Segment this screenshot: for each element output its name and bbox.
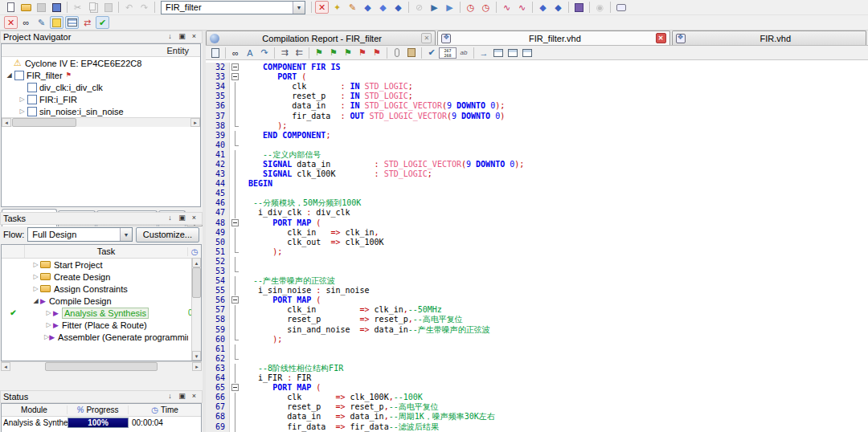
cut-icon[interactable]: ✂ — [71, 1, 84, 14]
code-line[interactable]: 60 ); — [206, 335, 868, 344]
bookmark-delete-icon[interactable]: ⚑ — [356, 47, 369, 59]
task-label[interactable]: Analysis & Synthesis — [62, 308, 149, 319]
collapse-icon[interactable]: ◢ — [31, 297, 40, 304]
task-label[interactable]: Start Project — [54, 260, 103, 270]
find-icon[interactable]: ∞ — [229, 47, 242, 59]
rtl-viewer-icon[interactable]: ∿ — [500, 1, 514, 14]
fold-column[interactable] — [230, 63, 240, 72]
code-line[interactable]: 61 — [206, 344, 868, 354]
code-line[interactable]: 58 reset_p => reset_p,--高电平复位 — [206, 315, 868, 324]
comment-toggle-icon[interactable]: ab — [457, 47, 470, 59]
close-icon[interactable]: × — [189, 32, 199, 42]
timing-analyzer-icon[interactable]: ◷ — [464, 1, 477, 14]
project-select[interactable]: FIR_filter▼ — [161, 1, 305, 14]
close-tab-icon[interactable]: ✕ — [421, 33, 432, 43]
programmer-icon[interactable] — [572, 1, 586, 14]
scrollbar-thumb[interactable] — [45, 362, 158, 371]
close-icon[interactable]: × — [189, 214, 199, 223]
customize-button[interactable]: Customize... — [136, 227, 199, 242]
tree-item[interactable]: ◢FIR_filter⚑ — [2, 69, 200, 81]
flow-select[interactable]: Full Design ▼ — [27, 227, 133, 242]
close-icon[interactable]: × — [189, 392, 199, 401]
code-line[interactable]: 66 clk => clk_100K,--100K — [206, 393, 868, 402]
task-label[interactable]: Assembler (Generate programming files) — [58, 332, 188, 342]
copy-icon[interactable] — [86, 1, 100, 14]
code-line[interactable]: 33 PORT ( — [206, 72, 868, 82]
start-analysis-synthesis-icon[interactable]: ◆ — [376, 1, 390, 14]
task-row[interactable]: ▷▶Fitter (Place & Route) — [2, 319, 201, 331]
status-window-icon[interactable] — [65, 16, 79, 29]
scroll-right-icon[interactable]: ▸ — [192, 362, 202, 371]
assignment-editor-icon[interactable]: ✎ — [346, 1, 359, 14]
bookmark-toggle-icon[interactable]: ⚑ — [313, 47, 326, 59]
code-line[interactable]: 41 --定义内部信号 — [206, 150, 868, 160]
float-icon[interactable]: ▣ — [177, 214, 187, 223]
window-split-icon[interactable] — [492, 47, 505, 59]
open-project-icon[interactable] — [19, 1, 33, 14]
save-icon[interactable] — [35, 1, 48, 14]
line-counter-icon[interactable]: 267268 — [439, 47, 457, 59]
expand-icon[interactable]: ▷ — [18, 108, 27, 115]
code-line[interactable]: 65 PORT MAP ( — [206, 383, 868, 393]
code-line[interactable]: 51 ); — [206, 247, 868, 257]
task-row[interactable]: ▷Assign Constraints — [2, 283, 201, 295]
code-line[interactable]: 40 — [206, 141, 868, 150]
code-line[interactable]: 50 clk_out => clk_100K — [206, 238, 868, 247]
progress-column-header[interactable]: % Progress — [68, 406, 129, 414]
attach-file-icon[interactable] — [391, 47, 403, 59]
code-line[interactable]: 68 data_in => data_in,--周期1K，噪声频率30K左右 — [206, 412, 868, 422]
design-partition-window-icon[interactable]: ◆ — [551, 1, 565, 14]
scroll-left-icon[interactable]: ◂ — [1, 362, 10, 371]
tree-item-label[interactable]: FIR:i_FIR — [39, 95, 77, 104]
tree-item[interactable]: div_clk:i_div_clk — [2, 81, 200, 93]
pin-icon[interactable]: ↓ — [165, 392, 175, 401]
expand-icon[interactable]: ▷ — [18, 96, 27, 103]
technology-map-viewer-icon[interactable]: ∿ — [515, 1, 529, 14]
tree-item[interactable]: ▷FIR:i_FIR — [2, 93, 200, 105]
tree-item[interactable]: ⚠Cyclone IV E: EP4CE6E22C8 — [2, 57, 200, 69]
tree-item-label[interactable]: Cyclone IV E: EP4CE6E22C8 — [25, 59, 142, 68]
tree-item-label[interactable]: FIR_filter — [27, 71, 63, 80]
spell-check-icon[interactable]: ✔ — [425, 47, 438, 59]
fold-collapse-icon[interactable] — [231, 63, 239, 71]
settings-icon[interactable]: ✕ — [315, 1, 329, 14]
new-file-icon[interactable] — [4, 1, 18, 14]
time-column-header[interactable]: ◷ Time — [129, 406, 201, 414]
code-line[interactable]: 49 clk_in => clk_in, — [206, 228, 868, 238]
code-line[interactable]: 37 fir_data : OUT STD_LOGIC_VECTOR(9 DOW… — [206, 111, 868, 120]
code-line[interactable]: 42 SIGNAL data_in : STD_LOGIC_VECTOR(9 D… — [206, 160, 868, 169]
editor-tab-fir-vhd[interactable]: FIR.vhd — [672, 31, 866, 45]
window-cascade-icon[interactable] — [506, 47, 519, 59]
task-row[interactable]: ✔▷▶Analysis & Synthesis00 — [2, 307, 201, 319]
bookmark-delete-all-icon[interactable]: ⚑ — [371, 47, 383, 59]
feedback-icon[interactable] — [614, 1, 628, 14]
code-line[interactable]: 32 COMPONENT FIR IS — [206, 63, 868, 72]
pin-planner-icon[interactable]: ✦ — [330, 1, 344, 14]
goto-line-icon[interactable]: ↷ — [258, 47, 271, 59]
paste-icon[interactable] — [101, 1, 115, 14]
tcl-console-icon[interactable]: ✎ — [35, 16, 48, 29]
expand-icon[interactable]: ▷ — [31, 261, 40, 268]
replace-icon[interactable]: A — [244, 47, 256, 59]
code-line[interactable]: 39 END COMPONENT; — [206, 131, 868, 141]
code-line[interactable]: 69 fir_data => fir_data--滤波后结果 — [206, 422, 868, 431]
task-horizontal-scrollbar[interactable]: ◂ ▸ — [1, 361, 202, 371]
task-row[interactable]: ▷Create Design — [2, 271, 201, 283]
bookmark-next-icon[interactable]: ⚑ — [327, 47, 340, 59]
scroll-up-icon[interactable]: ▴ — [192, 258, 201, 267]
insert-template-icon[interactable] — [405, 47, 418, 59]
scroll-right-icon[interactable]: ▸ — [190, 118, 200, 127]
export-file-icon[interactable] — [209, 47, 222, 59]
entity-column-header[interactable]: Entity — [2, 44, 200, 57]
tree-item-label[interactable]: div_clk:i_div_clk — [39, 83, 103, 92]
fold-collapse-icon[interactable] — [231, 219, 239, 226]
pn-horizontal-scrollbar[interactable]: ◂ ▸ — [2, 117, 200, 127]
code-line[interactable]: 57 clk_in => clk_in,--50MHz — [206, 305, 868, 315]
expand-icon[interactable]: ▷ — [31, 273, 40, 280]
scrollbar-thumb[interactable] — [12, 118, 76, 127]
fold-column[interactable] — [230, 295, 240, 305]
code-line[interactable]: 56 PORT MAP ( — [206, 295, 868, 305]
task-label[interactable]: Assign Constraints — [54, 284, 128, 294]
bookmark-previous-icon[interactable]: ⚑ — [342, 47, 354, 59]
code-line[interactable]: 67 reset_p => reset_p,--高电平复位 — [206, 402, 868, 412]
